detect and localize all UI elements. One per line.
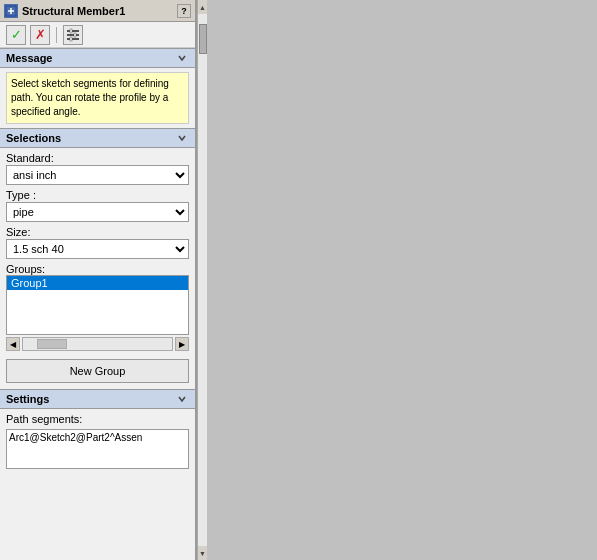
- settings-header-label: Settings: [6, 393, 49, 405]
- svg-rect-4: [67, 34, 79, 36]
- path-segments-label: Path segments:: [6, 413, 189, 425]
- options-button[interactable]: [63, 25, 83, 45]
- panel-title-bar: Structural Member1 ?: [0, 0, 195, 22]
- toolbar-separator: [56, 27, 57, 43]
- size-field: Size: 1.5 sch 401 sch 402 sch 40: [6, 226, 189, 259]
- svg-rect-8: [70, 37, 72, 41]
- groups-listbox[interactable]: Group1: [6, 275, 189, 335]
- panel-icon: [4, 4, 18, 18]
- message-collapse-button[interactable]: [175, 51, 189, 65]
- svg-rect-3: [67, 30, 79, 32]
- path-segments-input[interactable]: [6, 429, 189, 469]
- settings-content: Path segments:: [0, 409, 195, 473]
- vscroll-down-button[interactable]: ▼: [198, 546, 208, 560]
- selections-content: Standard: ansi inchansi metriciso Type :…: [0, 148, 195, 355]
- settings-section-header: Settings: [0, 389, 195, 409]
- message-section-header: Message: [0, 48, 195, 68]
- scroll-right-button[interactable]: ▶: [175, 337, 189, 351]
- panel-vscrollbar[interactable]: ▲ ▼: [197, 0, 207, 560]
- groups-label: Groups:: [6, 263, 189, 275]
- ok-button[interactable]: ✓: [6, 25, 26, 45]
- vscroll-track: [198, 14, 207, 546]
- type-dropdown[interactable]: pipetubeangle: [6, 202, 189, 222]
- panel-title: Structural Member1: [22, 5, 173, 17]
- groups-scrollbar-row: ◀ ▶: [6, 337, 189, 351]
- type-field: Type : pipetubeangle: [6, 189, 189, 222]
- vscroll-thumb: [199, 24, 207, 54]
- settings-collapse-button[interactable]: [175, 392, 189, 406]
- groups-hscrollbar[interactable]: [22, 337, 173, 351]
- size-dropdown[interactable]: 1.5 sch 401 sch 402 sch 40: [6, 239, 189, 259]
- group-item[interactable]: Group1: [7, 276, 188, 290]
- type-label: Type :: [6, 189, 189, 201]
- left-panel: Structural Member1 ? ✓ ✗: [0, 0, 197, 560]
- svg-rect-5: [67, 38, 79, 40]
- selections-collapse-button[interactable]: [175, 131, 189, 145]
- groups-hscrollbar-thumb: [37, 339, 67, 349]
- standard-label: Standard:: [6, 152, 189, 164]
- vscroll-up-button[interactable]: ▲: [198, 0, 208, 14]
- message-text: Select sketch segments for defining path…: [11, 78, 169, 117]
- selections-header-label: Selections: [6, 132, 61, 144]
- new-group-button[interactable]: New Group: [6, 359, 189, 383]
- groups-field: Groups: Group1 ◀ ▶: [6, 263, 189, 351]
- help-button[interactable]: ?: [177, 4, 191, 18]
- cancel-button[interactable]: ✗: [30, 25, 50, 45]
- standard-field: Standard: ansi inchansi metriciso: [6, 152, 189, 185]
- standard-dropdown[interactable]: ansi inchansi metriciso: [6, 165, 189, 185]
- svg-rect-7: [74, 33, 76, 37]
- size-label: Size:: [6, 226, 189, 238]
- scroll-left-button[interactable]: ◀: [6, 337, 20, 351]
- selections-section-header: Selections: [0, 128, 195, 148]
- toolbar: ✓ ✗: [0, 22, 195, 48]
- message-header-label: Message: [6, 52, 52, 64]
- svg-rect-6: [70, 29, 72, 33]
- message-box: Select sketch segments for defining path…: [6, 72, 189, 124]
